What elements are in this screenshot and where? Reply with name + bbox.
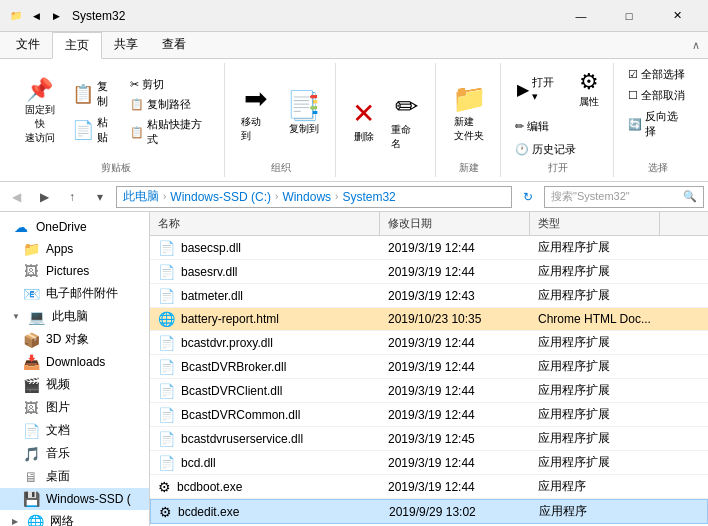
file-name-cell: 📄BcastDVRClient.dll bbox=[150, 381, 380, 401]
move-label: 移动到 bbox=[241, 115, 270, 143]
sidebar-item-email[interactable]: 📧 电子邮件附件 bbox=[0, 282, 149, 305]
select-none-button[interactable]: ☐ 全部取消 bbox=[624, 86, 689, 105]
history-icon: 🕐 bbox=[515, 143, 529, 156]
path-part-drive[interactable]: Windows-SSD (C:) bbox=[170, 190, 271, 204]
path-part-pc[interactable]: 此电脑 bbox=[123, 188, 159, 205]
invert-selection-button[interactable]: 🔄 反向选择 bbox=[624, 107, 692, 141]
sidebar-item-windowsssd[interactable]: 💾 Windows-SSD ( bbox=[0, 488, 149, 510]
sidebar-label-email: 电子邮件附件 bbox=[46, 285, 118, 302]
table-row[interactable]: 📄basesrv.dll2019/3/19 12:44应用程序扩展 bbox=[150, 260, 708, 284]
file-date-cell: 2019/9/29 13:02 bbox=[381, 503, 531, 521]
sidebar-item-documents[interactable]: 📄 文档 bbox=[0, 419, 149, 442]
file-date-cell: 2019/3/19 12:44 bbox=[380, 263, 530, 281]
ribbon-group-new: 📁 新建文件夹 新建 bbox=[438, 63, 502, 177]
path-part-system32[interactable]: System32 bbox=[342, 190, 395, 204]
file-name-cell: 📄batmeter.dll bbox=[150, 286, 380, 306]
file-date-cell: 2019/3/19 12:44 bbox=[380, 239, 530, 257]
paste-button[interactable]: 📄 粘贴 bbox=[68, 113, 122, 147]
copy-to-icon: 📑 bbox=[286, 89, 321, 122]
nav-back-button[interactable]: ◀ bbox=[4, 185, 28, 209]
refresh-button[interactable]: ↻ bbox=[516, 185, 540, 209]
copy-path-icon: 📋 bbox=[130, 98, 144, 111]
file-name: basesrv.dll bbox=[181, 265, 237, 279]
ribbon-group-clipboard: 📌 固定到快速访问 📋 复制 📄 粘贴 ✂ 剪切 bbox=[8, 63, 225, 177]
forward-icon: ▶ bbox=[48, 8, 64, 24]
expand-icon-network: ▶ bbox=[12, 517, 18, 526]
nav-recent-button[interactable]: ▾ bbox=[88, 185, 112, 209]
table-row[interactable]: 📄basecsp.dll2019/3/19 12:44应用程序扩展 bbox=[150, 236, 708, 260]
maximize-button[interactable]: □ bbox=[606, 0, 652, 32]
file-list: 名称 修改日期 类型 📄basecsp.dll2019/3/19 12:44应用… bbox=[150, 212, 708, 526]
open-button[interactable]: ▶ 打开 ▾ bbox=[511, 65, 568, 113]
paste-icon: 📄 bbox=[72, 119, 94, 141]
file-type-cell: 应用程序扩展 bbox=[530, 237, 660, 258]
pin-to-quickaccess-button[interactable]: 📌 固定到快速访问 bbox=[16, 77, 64, 147]
ribbon-expand-icon[interactable]: ∧ bbox=[692, 39, 700, 52]
file-icon: 📄 bbox=[158, 359, 175, 375]
delete-button[interactable]: ✕ 删除 bbox=[346, 93, 381, 148]
close-button[interactable]: ✕ bbox=[654, 0, 700, 32]
sidebar-item-onedrive[interactable]: ☁ OneDrive bbox=[0, 216, 149, 238]
sidebar-item-thispc[interactable]: ▼ 💻 此电脑 bbox=[0, 305, 149, 328]
cut-button[interactable]: ✂ 剪切 bbox=[126, 75, 216, 94]
copy-button[interactable]: 📋 复制 bbox=[68, 77, 122, 111]
table-row[interactable]: ⚙bcdedit.exe2019/9/29 13:02应用程序 bbox=[150, 499, 708, 524]
file-name: bcd.dll bbox=[181, 456, 216, 470]
search-placeholder: 搜索"System32" bbox=[551, 189, 630, 204]
sidebar-item-music[interactable]: 🎵 音乐 bbox=[0, 442, 149, 465]
apps-folder-icon: 📁 bbox=[22, 241, 40, 257]
table-row[interactable]: 📄bcd.dll2019/3/19 12:44应用程序扩展 bbox=[150, 451, 708, 475]
sidebar-label-downloads: Downloads bbox=[46, 355, 105, 369]
rename-button[interactable]: ✏ 重命名 bbox=[385, 86, 426, 155]
history-button[interactable]: 🕐 历史记录 bbox=[511, 140, 580, 159]
path-part-windows[interactable]: Windows bbox=[282, 190, 331, 204]
sidebar-item-network[interactable]: ▶ 🌐 网络 bbox=[0, 510, 149, 526]
table-row[interactable]: 📄BcastDVRBroker.dll2019/3/19 12:44应用程序扩展 bbox=[150, 355, 708, 379]
sidebar-item-desktop[interactable]: 🖥 桌面 bbox=[0, 465, 149, 488]
table-row[interactable]: ⚙bcdboot.exe2019/3/19 12:44应用程序 bbox=[150, 475, 708, 499]
search-box[interactable]: 搜索"System32" 🔍 bbox=[544, 186, 704, 208]
copy-to-button[interactable]: 📑 复制到 bbox=[280, 85, 327, 140]
minimize-button[interactable]: — bbox=[558, 0, 604, 32]
main-area: ☁ OneDrive 📁 Apps 🖼 Pictures 📧 电子邮件附件 ▼ … bbox=[0, 212, 708, 526]
move-to-button[interactable]: ➡ 移动到 bbox=[235, 78, 276, 147]
address-path[interactable]: 此电脑 › Windows-SSD (C:) › Windows › Syste… bbox=[116, 186, 512, 208]
sidebar-item-downloads[interactable]: 📥 Downloads bbox=[0, 351, 149, 373]
paste-shortcut-button[interactable]: 📋 粘贴快捷方式 bbox=[126, 115, 216, 149]
sidebar-item-3dobjects[interactable]: 📦 3D 对象 bbox=[0, 328, 149, 351]
properties-button[interactable]: ⚙ 属性 bbox=[573, 65, 605, 113]
col-header-type[interactable]: 类型 bbox=[530, 212, 660, 235]
col-header-name[interactable]: 名称 bbox=[150, 212, 380, 235]
table-row[interactable]: 📄bcastdvruserservice.dll2019/3/19 12:45应… bbox=[150, 427, 708, 451]
search-icon: 🔍 bbox=[683, 190, 697, 203]
file-name: bcdboot.exe bbox=[177, 480, 242, 494]
table-row[interactable]: 📄bcastdvr.proxy.dll2019/3/19 12:44应用程序扩展 bbox=[150, 331, 708, 355]
file-name-cell: 📄basesrv.dll bbox=[150, 262, 380, 282]
delete-label: 删除 bbox=[354, 130, 374, 144]
nav-up-button[interactable]: ↑ bbox=[60, 185, 84, 209]
sidebar-item-apps[interactable]: 📁 Apps bbox=[0, 238, 149, 260]
table-row[interactable]: 📄BcastDVRCommon.dll2019/3/19 12:44应用程序扩展 bbox=[150, 403, 708, 427]
tab-share[interactable]: 共享 bbox=[102, 32, 150, 58]
new-folder-button[interactable]: 📁 新建文件夹 bbox=[446, 78, 493, 147]
table-row[interactable]: 📄BcastDVRClient.dll2019/3/19 12:44应用程序扩展 bbox=[150, 379, 708, 403]
network-icon: 🌐 bbox=[26, 514, 44, 527]
tab-view[interactable]: 查看 bbox=[150, 32, 198, 58]
tab-home[interactable]: 主页 bbox=[52, 32, 102, 59]
address-bar: ◀ ▶ ↑ ▾ 此电脑 › Windows-SSD (C:) › Windows… bbox=[0, 182, 708, 212]
col-header-date[interactable]: 修改日期 bbox=[380, 212, 530, 235]
sidebar-item-videos[interactable]: 🎬 视频 bbox=[0, 373, 149, 396]
file-name-cell: 📄basecsp.dll bbox=[150, 238, 380, 258]
sidebar-item-pictures[interactable]: 🖼 Pictures bbox=[0, 260, 149, 282]
copy-path-button[interactable]: 📋 复制路径 bbox=[126, 95, 216, 114]
select-all-button[interactable]: ☑ 全部选择 bbox=[624, 65, 689, 84]
file-date-cell: 2019/3/19 12:44 bbox=[380, 334, 530, 352]
file-name-cell: 📄BcastDVRBroker.dll bbox=[150, 357, 380, 377]
nav-forward-button[interactable]: ▶ bbox=[32, 185, 56, 209]
sidebar-item-images[interactable]: 🖼 图片 bbox=[0, 396, 149, 419]
table-row[interactable]: 🌐battery-report.html2019/10/23 10:35Chro… bbox=[150, 308, 708, 331]
edit-button[interactable]: ✏ 编辑 bbox=[511, 117, 553, 136]
tab-file[interactable]: 文件 bbox=[4, 32, 52, 58]
edit-icon: ✏ bbox=[515, 120, 524, 133]
table-row[interactable]: 📄batmeter.dll2019/3/19 12:43应用程序扩展 bbox=[150, 284, 708, 308]
